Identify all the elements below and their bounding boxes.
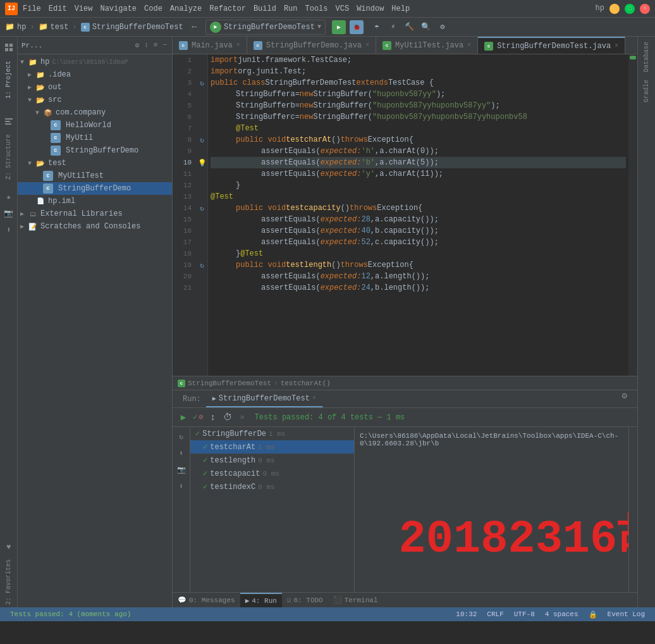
collapse-icon[interactable]: − (161, 40, 168, 51)
bookmark-icon[interactable]: ★ (2, 190, 16, 204)
gradle-label[interactable]: Gradle (643, 77, 650, 105)
run-tab-close[interactable]: × (312, 395, 316, 402)
stop-icon[interactable]: ⊘ (199, 412, 203, 422)
menu-analyze[interactable]: Analyze (170, 4, 202, 13)
status-indentation[interactable]: 4 spaces (540, 610, 584, 619)
menu-code[interactable]: Code (144, 4, 162, 13)
run-tab-sbdtest[interactable]: ▶ StringBufferDemoTest × (206, 390, 323, 407)
menu-help[interactable]: Help (391, 4, 410, 13)
status-event-log[interactable]: Event Log (603, 610, 650, 619)
breadcrumb-hp[interactable]: 📁 hp (5, 22, 26, 32)
tab-close-sbdtest[interactable]: × (615, 42, 618, 49)
tree-item-extlibs[interactable]: ▶ 🗂 External Libraries (18, 207, 172, 220)
tab-close-myutiltest[interactable]: × (467, 42, 471, 49)
bottom-tab-messages[interactable]: 💬 0: Messages (173, 593, 240, 607)
tab-sbdemo[interactable]: c StringBufferDemo.java × (247, 37, 376, 54)
tree-item-root[interactable]: ▼ 📁 hp C:\Users\86186\IdeaP (18, 56, 172, 68)
gutter-14[interactable]: ↻ (197, 202, 207, 214)
menu-tools[interactable]: Tools (305, 4, 328, 13)
tree-item-sbdtest[interactable]: ▶ c StringBufferDemo (18, 182, 172, 195)
menu-navigate[interactable]: Navigate (100, 4, 137, 13)
favorites-label[interactable]: 2: Favorites (5, 557, 12, 607)
menu-build[interactable]: Build (254, 4, 276, 13)
tree-item-iml[interactable]: ▶ 📄 hp.iml (18, 195, 172, 207)
upload-icon[interactable]: ⬆ (2, 223, 16, 237)
line-num-14: 14 (175, 202, 194, 214)
run-button[interactable]: ▶ (332, 20, 346, 34)
profile-icon[interactable]: ⚡ (386, 20, 400, 34)
gutter-3[interactable]: ↻ (197, 77, 207, 89)
close-button[interactable]: × (640, 4, 650, 14)
favorites-icon[interactable]: ♥ (2, 540, 16, 554)
bottom-tab-todo[interactable]: ☑ 6: TODO (282, 593, 328, 607)
gutter-10[interactable]: 💡 (197, 157, 207, 168)
menu-run[interactable]: Run (284, 4, 298, 13)
run-icon-2[interactable]: ⬇ (174, 446, 188, 460)
tree-label-extlibs: External Libraries (40, 209, 123, 218)
run-tree-testlength[interactable]: ✓ testlength 0 ms (190, 454, 354, 467)
code-content[interactable]: import junit.framework.TestCase; import … (208, 54, 628, 376)
bottom-tab-run[interactable]: ▶ 4: Run (240, 593, 282, 607)
status-line-ending[interactable]: CRLF (482, 610, 508, 619)
tree-item-myutil[interactable]: ▶ c MyUtil (18, 132, 172, 144)
menu-edit[interactable]: Edit (49, 4, 67, 13)
tree-item-idea[interactable]: ▶ 📁 .idea (18, 68, 172, 81)
database-label[interactable]: Database (643, 39, 650, 75)
structure-label[interactable]: Z: Structure (5, 132, 12, 182)
gutter-19[interactable]: ↻ (197, 259, 207, 271)
status-lock-icon[interactable]: 🔒 (584, 610, 603, 619)
tree-item-out[interactable]: ▶ 📂 out (18, 81, 172, 94)
tab-myutiltest[interactable]: c MyUtilTest.java × (376, 37, 478, 54)
run-icon-1[interactable]: ↻ (174, 430, 188, 443)
tree-item-helloworld[interactable]: ▶ c HelloWorld (18, 119, 172, 132)
build-icon[interactable]: 🔨 (403, 20, 417, 34)
run-tree-root[interactable]: ✓ StringBufferDe 1 ms (190, 427, 354, 440)
run-config-selector[interactable]: ▶ StringBufferDemoTest ▼ (205, 20, 326, 35)
maximize-button[interactable]: □ (625, 4, 635, 14)
tab-main[interactable]: c Main.java × (173, 37, 247, 54)
menu-vcs[interactable]: VCS (336, 4, 350, 13)
navigation-bar: 📁 hp › 📁 test › c StringBufferDemoTest ⟵… (0, 18, 655, 37)
menu-refactor[interactable]: Refactor (209, 4, 246, 13)
project-panel-label[interactable]: 1: Project (5, 57, 12, 102)
coverage-icon[interactable]: ☂ (370, 20, 384, 34)
run-tree-testindexC[interactable]: ✓ testindexC 0 ms (190, 480, 354, 493)
filter-icon[interactable]: ≡ (152, 40, 159, 51)
camera-icon[interactable]: 📷 (2, 206, 16, 220)
tree-item-test[interactable]: ▼ 📂 test (18, 157, 172, 170)
run-settings-icon[interactable]: ⚙ (617, 390, 632, 407)
editor-area: c Main.java × c StringBufferDemo.java × … (173, 37, 637, 607)
search-everywhere-icon[interactable]: 🔍 (419, 20, 433, 34)
tree-item-com[interactable]: ▼ 📦 com.company (18, 106, 172, 119)
tab-close-sbdemo[interactable]: × (365, 42, 369, 49)
menu-file[interactable]: File (23, 4, 41, 13)
run-icon-4[interactable]: ⬆ (174, 479, 188, 493)
sort-icon[interactable]: ↕ (143, 40, 150, 51)
tab-close-main[interactable]: × (236, 42, 240, 49)
status-encoding[interactable]: UTF-8 (509, 610, 540, 619)
tab-sbdtest[interactable]: c StringBufferDemoTest.java × (478, 37, 625, 54)
gear-icon[interactable]: ⚙ (134, 40, 141, 51)
run-tree-testcapacit[interactable]: ✓ testcapacit 0 ms (190, 467, 354, 480)
run-scrollbar[interactable] (628, 427, 637, 592)
run-icon-3[interactable]: 📷 (174, 462, 188, 476)
settings-icon[interactable]: ⚙ (436, 20, 450, 34)
tree-item-myutiltest[interactable]: ▶ c MyUtilTest (18, 170, 172, 182)
sort-az-btn[interactable]: ↕ (205, 411, 219, 424)
tree-item-src[interactable]: ▼ 📂 src (18, 94, 172, 106)
menu-view[interactable]: View (75, 4, 93, 13)
run-tree-testcharAt[interactable]: ✓ testcharAt 1 ms (190, 440, 354, 454)
debug-button[interactable]: 🐞 (350, 20, 364, 34)
breadcrumb-file[interactable]: c StringBufferDemoTest (81, 23, 183, 32)
breadcrumb-test[interactable]: 📁 test (39, 22, 69, 32)
minimize-button[interactable]: − (609, 4, 620, 14)
project-tool-window-icon[interactable] (2, 40, 16, 54)
menu-window[interactable]: Window (357, 4, 384, 13)
sort-time-btn[interactable]: ⏱ (221, 411, 235, 424)
tree-item-scratches[interactable]: ▶ 📝 Scratches and Consoles (18, 220, 172, 233)
structure-icon[interactable] (2, 115, 16, 129)
gutter-8[interactable]: ↻ (197, 134, 207, 146)
tree-item-sbd[interactable]: ▶ c StringBufferDemo (18, 144, 172, 157)
run-play-btn[interactable]: ▶ (176, 411, 190, 424)
bottom-tab-terminal[interactable]: ⬛ Terminal (328, 593, 383, 607)
